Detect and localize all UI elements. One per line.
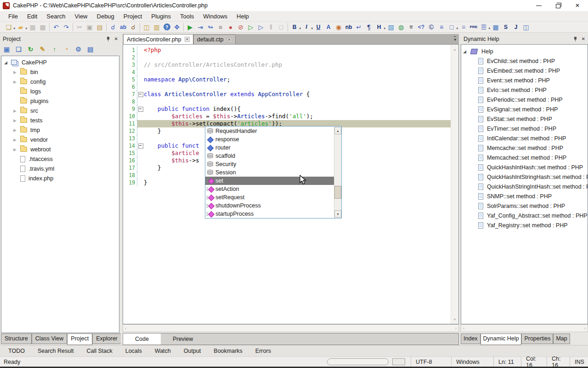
- expand-arrow-icon[interactable]: [13, 70, 20, 75]
- fold-marker[interactable]: [137, 157, 144, 164]
- expand-arrow-icon[interactable]: [13, 147, 20, 152]
- autocomplete-item[interactable]: set: [205, 177, 334, 185]
- fold-marker[interactable]: [137, 61, 144, 69]
- right-panel-tab[interactable]: Map: [553, 334, 570, 344]
- stop-debug-icon[interactable]: ■: [215, 23, 226, 32]
- expand-arrow-icon[interactable]: [13, 80, 20, 84]
- fold-marker[interactable]: [137, 127, 144, 135]
- autocomplete-item[interactable]: startupProcess: [205, 210, 334, 218]
- fold-marker[interactable]: [137, 83, 144, 91]
- help-item[interactable]: EvPeriodic::set method : PHP: [461, 95, 588, 104]
- heading-icon[interactable]: H: [374, 23, 384, 32]
- line-break-icon[interactable]: ↵: [354, 23, 364, 32]
- scroll-left-icon[interactable]: ‹: [125, 326, 126, 331]
- project-report-icon[interactable]: ▤: [86, 46, 94, 53]
- php-tag-icon[interactable]: <?: [416, 23, 426, 32]
- tree-item[interactable]: src: [1, 106, 119, 115]
- autocomplete-item[interactable]: Security: [205, 160, 334, 168]
- horizontal-rule-icon[interactable]: =: [406, 23, 416, 32]
- split-vertical-icon[interactable]: ▥: [152, 23, 162, 32]
- scroll-down-icon[interactable]: ▼: [334, 210, 341, 218]
- scroll-down-icon[interactable]: ▾: [451, 316, 458, 323]
- nbsp-icon[interactable]: nb: [344, 23, 354, 32]
- pin-icon[interactable]: [106, 36, 111, 41]
- fold-marker[interactable]: [137, 142, 144, 150]
- help-item[interactable]: EvSignal::set method : PHP: [461, 104, 588, 114]
- bottom-bar-tab[interactable]: Bookmarks: [207, 348, 249, 354]
- scroll-right-icon[interactable]: ›: [455, 326, 457, 331]
- fold-marker[interactable]: [137, 179, 144, 186]
- menu-item[interactable]: Edit: [23, 12, 42, 21]
- code-line[interactable]: 8: [123, 98, 451, 105]
- project-upload-icon[interactable]: ↑: [51, 46, 58, 53]
- fold-marker[interactable]: [137, 91, 144, 98]
- tree-item[interactable]: tests: [1, 115, 119, 125]
- fold-marker[interactable]: [137, 150, 144, 157]
- bottom-bar-tab[interactable]: Locals: [119, 348, 148, 354]
- div-box-icon[interactable]: □: [447, 23, 457, 32]
- autocomplete-item[interactable]: router: [205, 144, 334, 152]
- code-line[interactable]: 3 // src/Controller/ArticlesController.p…: [123, 61, 451, 69]
- list-icon[interactable]: ☰: [479, 23, 489, 32]
- underline-icon[interactable]: U: [313, 23, 323, 32]
- menu-item[interactable]: Project: [119, 12, 147, 21]
- copy-icon[interactable]: ▣: [85, 23, 95, 32]
- editor-mode-tab[interactable]: Code: [123, 334, 161, 345]
- help-item[interactable]: Yaf_Registry::set method : PHP: [461, 220, 588, 230]
- help-item[interactable]: QuickHashStringIntHash::set method : PHP: [461, 182, 588, 191]
- bottom-bar-tab[interactable]: Watch: [148, 348, 177, 354]
- help-item[interactable]: IntlCalendar::set method : PHP: [461, 133, 588, 143]
- undo-icon[interactable]: ↶: [51, 23, 61, 32]
- help-item[interactable]: EvIo::set method : PHP: [461, 85, 588, 95]
- code-line[interactable]: 5 namespace App\Controller;: [123, 76, 451, 83]
- save-all-icon[interactable]: ▩: [38, 23, 48, 32]
- menu-item[interactable]: Help: [232, 12, 254, 21]
- scroll-up-icon[interactable]: ▲: [334, 127, 341, 134]
- menu-item[interactable]: Windows: [198, 12, 232, 21]
- autocomplete-item[interactable]: response: [205, 135, 334, 144]
- js-icon[interactable]: J: [511, 23, 521, 32]
- help-hscrollbar[interactable]: ‹ ›: [461, 324, 588, 332]
- expand-arrow-icon[interactable]: [13, 138, 20, 142]
- menu-item[interactable]: Search: [42, 12, 70, 21]
- paragraph-icon[interactable]: ¶: [364, 23, 374, 32]
- font-color-icon[interactable]: A: [323, 23, 334, 32]
- fold-marker[interactable]: [137, 113, 144, 120]
- fold-marker[interactable]: [137, 69, 144, 76]
- pre-icon[interactable]: PRE: [469, 23, 479, 32]
- tree-item[interactable]: bin: [1, 67, 119, 77]
- help-item[interactable]: Memcached::set method : PHP: [461, 153, 588, 162]
- run-to-cursor-icon[interactable]: ▷: [256, 23, 266, 32]
- project-new-icon[interactable]: ▣: [3, 46, 11, 53]
- help-item[interactable]: Event::set method : PHP: [461, 75, 588, 85]
- panel-close-icon[interactable]: ✕: [114, 36, 118, 41]
- paste-icon[interactable]: ▤: [95, 23, 105, 32]
- help-item[interactable]: QuickHashIntStringHash::set method : PHP: [461, 172, 588, 182]
- code-line[interactable]: 4: [123, 69, 451, 76]
- scroll-left-icon[interactable]: ‹: [463, 326, 464, 331]
- redo-icon[interactable]: ↷: [61, 23, 71, 32]
- code-line[interactable]: 1 <?php: [123, 46, 451, 54]
- editor-hscrollbar[interactable]: ‹ ›: [123, 324, 459, 332]
- tree-item[interactable]: plugins: [1, 96, 119, 106]
- minimize-icon[interactable]: —: [536, 2, 542, 9]
- expand-arrow-icon[interactable]: [463, 49, 470, 54]
- autocomplete-item[interactable]: Session: [205, 168, 334, 177]
- align-icon[interactable]: ≡: [458, 23, 469, 32]
- hyperlink-icon[interactable]: ◍: [396, 23, 406, 32]
- autocomplete-item[interactable]: setRequest: [205, 193, 334, 201]
- expand-arrow-icon[interactable]: [4, 60, 11, 65]
- find-icon[interactable]: ☌: [108, 23, 118, 32]
- tab-overflow-icon[interactable]: ▾: [454, 36, 456, 42]
- expand-arrow-icon[interactable]: [13, 118, 20, 123]
- cut-icon[interactable]: ✂: [74, 23, 85, 32]
- justify-icon[interactable]: ≡: [436, 23, 447, 32]
- menu-item[interactable]: Debug: [92, 12, 119, 21]
- fold-marker[interactable]: [137, 76, 144, 83]
- fold-marker[interactable]: [137, 172, 144, 179]
- code-line[interactable]: 9 public function index(){: [123, 105, 451, 113]
- help-item[interactable]: EvChild::set method : PHP: [461, 56, 588, 66]
- code-line[interactable]: 7 class ArticlesController extends AppCo…: [123, 91, 451, 98]
- restore-icon[interactable]: [555, 2, 561, 9]
- help-item[interactable]: SolrParams::set method : PHP: [461, 201, 588, 211]
